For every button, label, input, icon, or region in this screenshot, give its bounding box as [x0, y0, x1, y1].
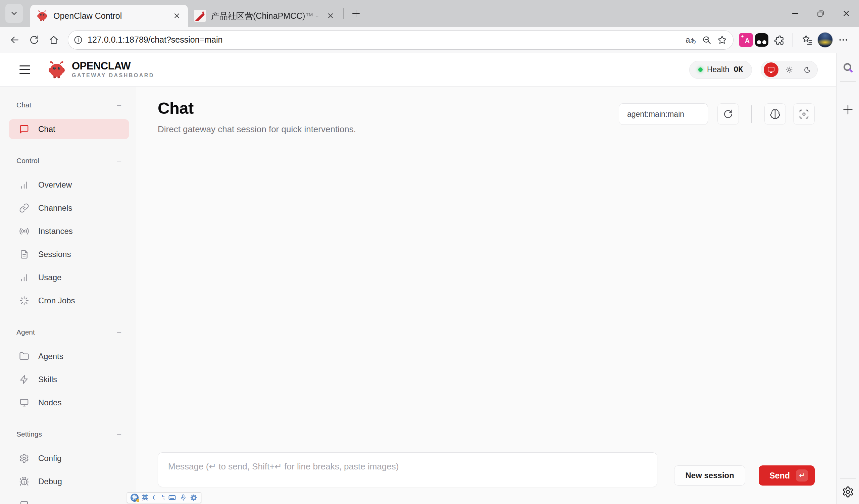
theme-dark-button[interactable] — [800, 62, 815, 77]
collapse-dash-icon: – — [117, 328, 121, 337]
openclaw-favicon-icon — [36, 10, 48, 22]
home-button[interactable] — [45, 31, 62, 49]
new-tab-button[interactable] — [348, 6, 364, 21]
sidebar-item-instances[interactable]: Instances — [9, 221, 129, 241]
ime-keyboard-icon[interactable] — [168, 493, 176, 502]
sidebar-item-nodes[interactable]: Nodes — [9, 393, 129, 413]
sidebar-section-agent[interactable]: Agent – — [16, 328, 121, 337]
window-restore-button[interactable] — [808, 0, 833, 27]
tab-close-button[interactable] — [325, 10, 336, 21]
collections-favorites-icon[interactable] — [799, 32, 815, 48]
sidebar-section-control[interactable]: Control – — [16, 156, 121, 165]
sidebar-item-agents[interactable]: Agents — [9, 346, 129, 366]
extension-two-dots-icon[interactable] — [755, 33, 768, 47]
edge-sidebar-strip — [836, 53, 859, 504]
edge-add-sidebar-button[interactable] — [840, 102, 856, 118]
profile-avatar[interactable] — [817, 32, 833, 48]
tab-title: 产品社区营(ChinaPMCC)™ - 一个产 — [211, 11, 320, 21]
sidebar-item-usage[interactable]: Usage — [9, 268, 129, 288]
loader-spinner-icon — [19, 296, 29, 306]
session-refresh-button[interactable] — [718, 103, 739, 125]
ime-microphone-icon[interactable] — [180, 494, 187, 501]
session-input[interactable] — [619, 103, 708, 125]
sidebar-item-sessions[interactable]: Sessions — [9, 244, 129, 264]
ime-punctuation-icon[interactable]: '; — [162, 494, 165, 501]
browser-menu-ellipsis-icon[interactable] — [835, 32, 852, 48]
sidebar-item-partial[interactable] — [9, 494, 129, 504]
app-subtitle: GATEWAY DASHBOARD — [72, 73, 154, 78]
chinapmcc-favicon-icon — [194, 10, 206, 22]
window-close-button[interactable] — [833, 0, 859, 27]
ime-language-bar: 拼 英 '; — [127, 492, 201, 503]
plus-icon — [842, 103, 854, 116]
window-minimize-button[interactable] — [783, 0, 808, 27]
message-input[interactable] — [158, 452, 657, 487]
translate-extension-icon[interactable]: ✦A — [739, 33, 753, 47]
sidebar-item-config[interactable]: Config — [9, 448, 129, 469]
theme-system-button[interactable] — [764, 62, 779, 77]
home-icon — [48, 34, 59, 45]
edge-settings-gear-icon[interactable] — [840, 484, 856, 500]
site-info-icon[interactable] — [74, 35, 83, 45]
controls-separator — [751, 105, 752, 123]
page-subtitle: Direct gateway chat session for quick in… — [158, 124, 356, 135]
gear-icon — [19, 453, 29, 463]
app-logo-text: OPENCLAW GATEWAY DASHBOARD — [72, 61, 154, 79]
monitor-icon — [767, 66, 775, 74]
zoom-out-icon[interactable] — [702, 35, 712, 45]
back-arrow-icon — [9, 34, 20, 46]
close-icon — [327, 12, 334, 20]
memory-brain-button[interactable] — [764, 103, 786, 125]
new-session-button[interactable]: New session — [674, 465, 745, 486]
collapse-dash-icon: – — [117, 101, 121, 109]
brain-icon — [770, 109, 781, 120]
ime-halfwidth-moon-icon[interactable] — [152, 494, 159, 501]
tab-search-chevron-button[interactable] — [5, 4, 23, 23]
tab-title: OpenClaw Control — [54, 11, 166, 21]
sidebar-section-chat[interactable]: Chat – — [16, 101, 121, 109]
bug-icon — [19, 476, 29, 487]
sidebar: Chat – Chat Control – Overview Cha — [0, 87, 136, 504]
browser-tab-openclaw[interactable]: OpenClaw Control — [30, 5, 188, 27]
link-icon — [19, 203, 29, 213]
window-controls — [783, 0, 859, 27]
reload-button[interactable] — [26, 31, 43, 49]
reload-icon — [29, 34, 40, 45]
sidebar-section-settings[interactable]: Settings – — [16, 430, 121, 439]
focus-scan-button[interactable] — [793, 103, 815, 125]
focus-icon — [799, 109, 809, 120]
refresh-icon — [723, 109, 734, 120]
edge-search-icon[interactable] — [840, 60, 856, 76]
browser-tab-chinapmcc[interactable]: 产品社区营(ChinaPMCC)™ - 一个产 — [188, 5, 342, 27]
openclaw-logo-icon — [47, 60, 66, 79]
sidebar-item-cron-jobs[interactable]: Cron Jobs — [9, 291, 129, 311]
tab-close-button[interactable] — [171, 10, 183, 21]
url-bar[interactable]: 127.0.0.1:18789/chat?session=main aあ — [68, 30, 734, 50]
favorite-star-icon[interactable] — [717, 35, 727, 45]
collapse-dash-icon: – — [117, 156, 121, 165]
sidebar-item-channels[interactable]: Channels — [9, 198, 129, 218]
sidebar-item-skills[interactable]: Skills — [9, 369, 129, 390]
back-button[interactable] — [6, 31, 24, 49]
url-text[interactable]: 127.0.0.1:18789/chat?session=main — [88, 35, 681, 45]
ime-english-mode-icon[interactable]: 英 — [142, 493, 148, 502]
openclaw-app: OPENCLAW GATEWAY DASHBOARD Health OK — [0, 53, 836, 504]
theme-light-button[interactable] — [782, 62, 797, 77]
bar-chart-icon — [19, 180, 29, 190]
chat-main: Chat Direct gateway chat session for qui… — [136, 87, 836, 504]
enter-key-icon: ↵ — [796, 470, 808, 482]
sun-icon — [785, 66, 793, 74]
health-status-badge: Health OK — [689, 61, 752, 79]
theme-switcher — [761, 61, 818, 79]
extensions-puzzle-icon[interactable] — [770, 32, 787, 48]
sidebar-item-debug[interactable]: Debug — [9, 471, 129, 492]
radio-broadcast-icon — [19, 226, 29, 236]
toolbar-separator — [793, 33, 793, 47]
ime-settings-gear-icon[interactable] — [190, 494, 198, 501]
menu-hamburger-icon[interactable] — [19, 62, 35, 77]
ime-pinyin-globe-icon[interactable]: 拼 — [131, 493, 139, 502]
translate-page-icon[interactable]: aあ — [685, 35, 696, 45]
sidebar-item-overview[interactable]: Overview — [9, 175, 129, 195]
sidebar-item-chat[interactable]: Chat — [9, 119, 129, 139]
send-button[interactable]: Send ↵ — [759, 465, 815, 486]
